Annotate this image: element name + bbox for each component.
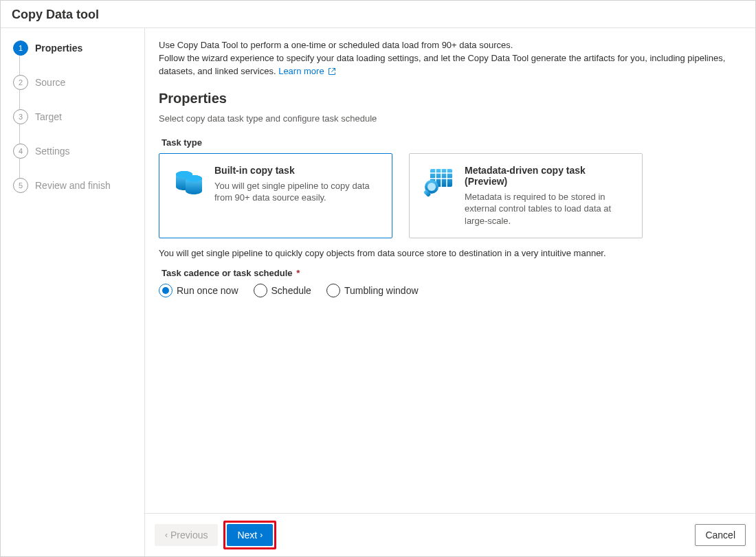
window-title: Copy Data tool [1,1,755,28]
radio-schedule[interactable]: Schedule [254,284,311,297]
step-target[interactable]: 3 Target [13,109,136,124]
window-body: 1 Properties 2 Source 3 Target 4 Setting… [1,28,755,556]
radio-dot-icon [326,284,340,297]
step-number: 5 [13,178,28,193]
step-label: Settings [35,146,70,157]
card-title: Metadata-driven copy task (Preview) [465,165,630,187]
cadence-label: Task cadence or task schedule * [162,268,742,278]
task-type-note: You will get single pipeline to quickly … [159,248,742,258]
copy-data-window: Copy Data tool 1 Properties 2 Source 3 T… [0,0,756,557]
content-area: Use Copy Data Tool to perform a one-time… [145,28,755,513]
step-number: 4 [13,144,28,159]
next-button[interactable]: Next › [227,524,273,546]
step-label: Properties [35,43,82,54]
radio-label: Schedule [271,285,311,296]
main-panel: Use Copy Data Tool to perform a one-time… [145,28,755,556]
database-icon [172,165,205,198]
radio-tumbling-window[interactable]: Tumbling window [326,284,419,297]
previous-button[interactable]: ‹ Previous [155,524,218,546]
chevron-right-icon: › [260,530,263,540]
step-label: Target [35,111,62,122]
required-asterisk: * [294,268,300,278]
task-type-label: Task type [162,137,742,148]
radio-dot-icon [159,284,173,297]
learn-more-link[interactable]: Learn more [278,66,336,76]
svg-point-6 [427,183,436,191]
metadata-search-icon [422,165,455,198]
radio-label: Run once now [177,285,238,296]
wizard-footer: ‹ Previous Next › Cancel [145,513,755,556]
cancel-button[interactable]: Cancel [695,524,746,546]
radio-label: Tumbling window [344,285,419,296]
open-new-window-icon [328,67,336,76]
chevron-left-icon: ‹ [165,530,168,540]
intro-line2: Follow the wizard experience to specify … [159,53,725,76]
step-source[interactable]: 2 Source [13,75,136,90]
card-builtin-copy[interactable]: Built-in copy task You will get single p… [159,153,392,239]
intro-line1: Use Copy Data Tool to perform a one-time… [159,40,513,50]
svg-point-3 [176,171,192,178]
page-subtext: Select copy data task type and configure… [159,113,742,124]
step-properties[interactable]: 1 Properties [13,41,136,56]
step-number: 3 [13,109,28,124]
radio-dot-icon [254,284,267,297]
step-number: 2 [13,75,28,90]
intro-text: Use Copy Data Tool to perform a one-time… [159,39,742,78]
step-label: Source [35,77,65,88]
step-number: 1 [13,41,28,56]
card-title: Built-in copy task [214,165,379,176]
card-desc: You will get single pipeline to copy dat… [214,180,379,204]
card-metadata-copy[interactable]: Metadata-driven copy task (Preview) Meta… [409,153,643,239]
wizard-sidebar: 1 Properties 2 Source 3 Target 4 Setting… [1,28,145,556]
step-review[interactable]: 5 Review and finish [13,178,136,193]
step-settings[interactable]: 4 Settings [13,144,136,159]
next-button-highlight: Next › [223,521,276,549]
card-desc: Metadata is required to be stored in ext… [465,191,630,227]
task-type-cards: Built-in copy task You will get single p… [159,153,742,239]
cadence-radio-group: Run once now Schedule Tumbling window [159,284,742,297]
step-label: Review and finish [35,180,111,191]
radio-run-once[interactable]: Run once now [159,284,238,297]
page-heading: Properties [159,91,742,106]
